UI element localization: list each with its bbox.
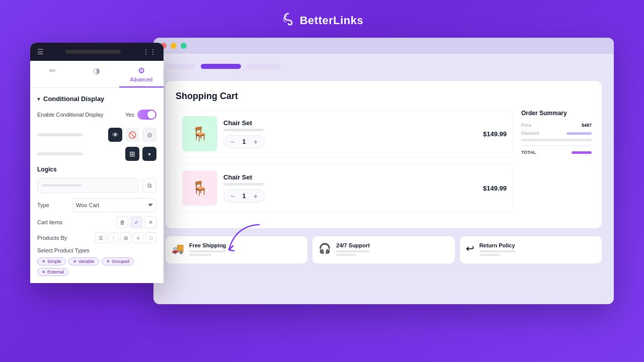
cart-item-2-image: 🪑 <box>182 170 217 206</box>
feature-support: 🎧 24/7 Support <box>312 236 454 263</box>
features-row: 🚚 Free Shipping 🎧 24/7 Support <box>166 236 602 263</box>
grid-icon-row: ⊞ ▪ <box>37 147 156 161</box>
enable-conditional-display-row: Enable Conditional Display Yes <box>37 110 156 120</box>
tag-grouped-text: Grouped <box>112 259 129 264</box>
visibility-icon-row: 👁 🚫 ⊘ <box>37 128 156 142</box>
panel-toolbar: ☰ ⋮⋮ <box>30 43 164 61</box>
gear-icon: ⚙ <box>138 66 145 75</box>
section-arrow-icon: ▾ <box>37 96 40 103</box>
section-header: ▾ Conditional Display <box>37 95 156 103</box>
single-view-icon-btn[interactable]: ▪ <box>142 147 156 161</box>
panel-content: ▾ Conditional Display Enable Conditional… <box>30 88 164 283</box>
tag-external-text: External <box>47 269 64 275</box>
feature-free-shipping: 🚚 Free Shipping <box>166 236 307 263</box>
cart-items-icons: 🗑 ✓ ✕ <box>116 216 156 228</box>
summary-discount-bar <box>567 132 592 135</box>
summary-price-row: Price $487 <box>521 123 592 128</box>
products-by-row: Products By ☰ ⋮ ⊞ ≡ □ <box>37 232 156 243</box>
grid-view-icon-btn[interactable]: ⊞ <box>125 147 139 161</box>
grid-icons: ⊞ ▪ <box>125 147 156 161</box>
type-field-row: Type Woo Cart <box>37 198 156 212</box>
qty-minus-1[interactable]: − <box>229 138 236 146</box>
tab-advanced-label: Advanced <box>130 77 152 82</box>
no-icon-btn[interactable]: ⊘ <box>142 128 156 142</box>
header: BetterLinks <box>0 0 644 38</box>
tag-simple-label: ✕ <box>42 259 46 264</box>
pb-text-icon[interactable]: ≡ <box>133 232 144 243</box>
tab-advanced[interactable]: ⚙ Advanced <box>119 61 164 87</box>
right-panel: Shopping Cart 🪑 Chair Set − <box>153 38 614 304</box>
summary-total-row: TOTAL <box>521 150 592 155</box>
tab-edit[interactable]: ✏ <box>30 61 74 87</box>
support-desc-1 <box>336 250 370 252</box>
enable-label: Enable Conditional Display <box>37 112 103 118</box>
enable-toggle[interactable] <box>137 110 156 120</box>
pb-grid-icon[interactable]: ⊞ <box>120 232 131 243</box>
nav-tab-3[interactable] <box>246 64 281 69</box>
cart-delete-btn[interactable]: 🗑 <box>116 216 128 228</box>
order-summary: Order Summary Price $487 Discount TOTA <box>521 110 592 218</box>
nav-tab-2[interactable] <box>201 64 241 69</box>
cart-item-1-desc <box>223 129 264 131</box>
pb-list-icon[interactable]: ☰ <box>95 232 106 243</box>
return-desc-2 <box>479 254 501 256</box>
qty-val-2: 1 <box>240 193 248 200</box>
copy-button[interactable]: ⧉ <box>142 178 156 193</box>
support-info: 24/7 Support <box>336 242 370 257</box>
toolbar-search-bar <box>65 50 121 54</box>
cart-item-1: 🪑 Chair Set − 1 + $149.99 <box>176 110 513 158</box>
qty-plus-2[interactable]: + <box>252 192 259 200</box>
eye-icon-btn[interactable]: 👁 <box>108 128 122 142</box>
type-select[interactable]: Woo Cart <box>72 198 156 212</box>
summary-bar-full <box>521 139 592 141</box>
moon-icon: ◑ <box>93 66 100 75</box>
summary-total-label: TOTAL <box>521 150 536 155</box>
cart-item-1-qty: − 1 + <box>223 135 265 148</box>
type-label: Type <box>37 202 72 208</box>
tag-grouped: ✕ Grouped <box>102 257 134 265</box>
qty-plus-1[interactable]: + <box>252 138 259 146</box>
nav-tab-1[interactable] <box>166 64 196 69</box>
cart-check-btn[interactable]: ✓ <box>130 216 142 228</box>
tag-variable-text: Variable <box>78 259 95 264</box>
order-summary-title: Order Summary <box>521 110 592 117</box>
select-product-types-label: Select Product Types <box>37 247 156 253</box>
toggle-wrapper: Yes <box>125 110 156 120</box>
shipping-title: Free Shipping <box>189 242 226 248</box>
return-desc-1 <box>479 250 515 252</box>
summary-total-bar <box>572 151 592 154</box>
grid-icon[interactable]: ⋮⋮ <box>142 48 156 56</box>
shipping-icon: 🚚 <box>172 242 184 254</box>
pb-monitor-icon[interactable]: □ <box>145 232 156 243</box>
browser-dot-yellow <box>171 43 177 49</box>
section-title: Conditional Display <box>43 95 104 103</box>
tag-simple: ✕ Simple <box>37 257 66 265</box>
tab-moon[interactable]: ◑ <box>74 61 119 87</box>
browser-dot-green <box>181 43 187 49</box>
return-info: Return Policy <box>479 242 515 257</box>
row-line-2 <box>37 152 83 155</box>
hamburger-icon[interactable]: ☰ <box>37 48 44 56</box>
tag-external: ✕ External <box>37 268 68 276</box>
logic-input-field[interactable] <box>37 178 138 193</box>
tags-row: ✕ Simple ✕ Variable ✕ Grouped ✕ External <box>37 257 156 276</box>
logic-input-row: ⧉ <box>37 178 156 193</box>
toggle-yes-label: Yes <box>125 112 134 118</box>
cart-close-btn[interactable]: ✕ <box>144 216 156 228</box>
site-nav <box>166 64 602 69</box>
pb-tree-icon[interactable]: ⋮ <box>108 232 119 243</box>
summary-divider <box>521 145 592 146</box>
return-icon: ↩ <box>466 242 474 254</box>
eye-slash-icon-btn[interactable]: 🚫 <box>125 128 139 142</box>
cart-item-1-image: 🪑 <box>182 116 217 151</box>
return-title: Return Policy <box>479 242 515 248</box>
summary-price-label: Price <box>521 123 532 128</box>
shopping-cart-title: Shopping Cart <box>176 91 592 102</box>
logo-text: BetterLinks <box>300 14 364 27</box>
browser-bar <box>153 38 614 54</box>
cart-item-2-qty: − 1 + <box>223 190 265 203</box>
summary-discount-row: Discount <box>521 131 592 136</box>
cart-items-label: Cart items <box>37 219 62 225</box>
qty-minus-2[interactable]: − <box>229 192 236 200</box>
shipping-desc-1 <box>189 250 226 252</box>
